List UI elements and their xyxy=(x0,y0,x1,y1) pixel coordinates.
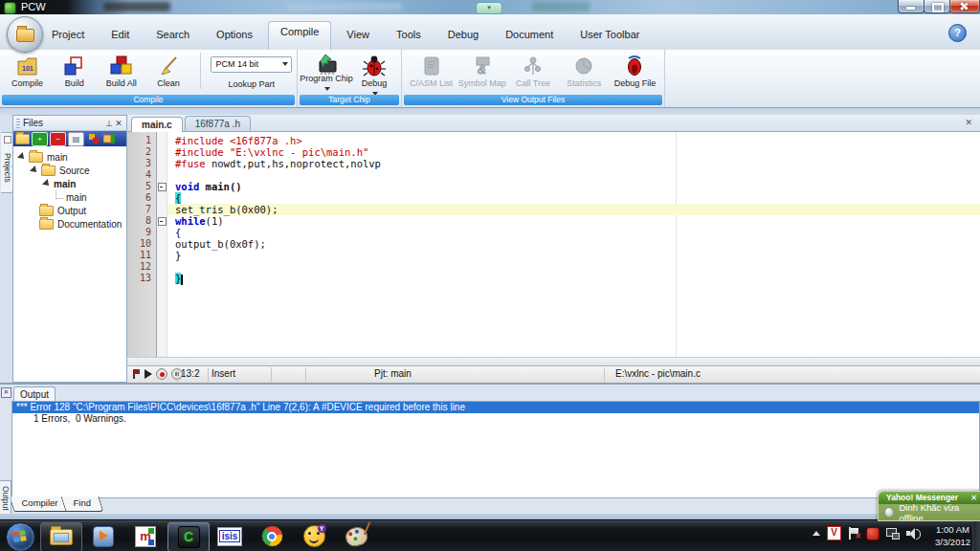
close-icon[interactable]: ✕ xyxy=(114,119,123,128)
taskbar-pcw-button[interactable]: C xyxy=(167,522,210,551)
bookmark-icon[interactable] xyxy=(133,369,141,379)
expand-icon[interactable] xyxy=(42,179,52,188)
tree-item-source[interactable]: Source xyxy=(13,164,126,177)
fold-margin-cell[interactable] xyxy=(157,215,167,227)
tree-item-main[interactable]: main xyxy=(13,177,126,190)
fold-margin-cell[interactable] xyxy=(157,181,167,192)
menu-options[interactable]: Options xyxy=(214,25,255,44)
record-icon[interactable] xyxy=(156,368,167,380)
unikey-icon[interactable]: V xyxy=(827,526,841,540)
new-file-icon[interactable]: ▤ xyxy=(68,132,84,146)
lookup-part-button[interactable]: Lookup Part xyxy=(211,79,293,89)
menu-compile[interactable]: Compile xyxy=(268,21,331,50)
menu-user-toolbar[interactable]: User Toolbar xyxy=(578,25,641,44)
casm-list-button: C/ASM List xyxy=(406,53,457,88)
summary-row[interactable]: 1 Errors, 0 Warnings. xyxy=(12,413,979,425)
code-line-8[interactable]: while(1) xyxy=(167,215,980,227)
tree-item-documentation[interactable]: Documentation xyxy=(13,217,126,231)
tab-16f877a-h[interactable]: 16f877a .h xyxy=(185,116,251,131)
code-line-3[interactable]: #fuse nowdt,put,hs,noprotect,nolvp xyxy=(167,158,980,169)
fold-collapse-icon[interactable] xyxy=(158,217,167,226)
menu-view[interactable]: View xyxy=(345,25,371,44)
open-folder-icon[interactable] xyxy=(15,133,30,145)
tray-expand-icon[interactable] xyxy=(813,531,820,536)
code-line-5[interactable]: void main() xyxy=(167,181,980,192)
tree-item-main[interactable]: main xyxy=(13,150,126,164)
tree-item-main[interactable]: main xyxy=(13,190,126,204)
expand-icon[interactable] xyxy=(30,165,39,175)
output-side-tab[interactable]: Output xyxy=(0,480,11,517)
minimize-button[interactable] xyxy=(898,0,924,13)
taskbar-clock[interactable]: 1:00 AM 3/3/2012 xyxy=(935,523,970,548)
code-line-11[interactable]: } xyxy=(167,250,980,261)
taskbar-explorer-button[interactable] xyxy=(40,522,82,551)
output-tab[interactable]: Output xyxy=(13,386,56,402)
code-line-6[interactable]: { xyxy=(167,192,980,204)
antivirus-icon[interactable] xyxy=(866,527,880,540)
taskbar-isis-button[interactable]: isis xyxy=(210,522,250,550)
close-icon[interactable]: ✕ xyxy=(970,492,977,504)
project-tree-icon[interactable] xyxy=(102,133,117,145)
files-panel-header: Files ⊥ ✕ xyxy=(13,116,126,131)
code-line-13[interactable]: } xyxy=(167,273,980,284)
play-icon[interactable] xyxy=(145,369,152,379)
clean-button[interactable]: Clean xyxy=(145,53,191,88)
code-lines[interactable]: #include <16f877a .h>#include "E:\vxlnc … xyxy=(167,132,980,357)
yahoo-messenger-popup[interactable]: Yahoo! Messenger ✕ Dinh Khắc vừa offline xyxy=(878,491,980,521)
close-button[interactable] xyxy=(949,0,980,13)
action-center-flag-icon[interactable]: ✕ xyxy=(848,527,859,540)
build-all-button[interactable]: Build All xyxy=(98,53,145,88)
code-line-12[interactable] xyxy=(167,261,980,273)
code-line-7[interactable]: set_tris_b(0x00); xyxy=(167,204,980,215)
dock-close-icon[interactable]: ✕ xyxy=(1,387,11,398)
add-file-icon[interactable]: + xyxy=(32,132,48,146)
start-button[interactable] xyxy=(6,522,35,551)
debug-file-button[interactable]: Debug File xyxy=(610,53,660,88)
insert-mode: Insert xyxy=(212,368,235,379)
tab-find[interactable]: Find xyxy=(60,496,104,512)
taskbar-paint-button[interactable] xyxy=(336,522,376,550)
build-cubes-icon[interactable] xyxy=(86,133,100,145)
program-chip-button[interactable]: Program Chip xyxy=(300,53,353,93)
editor-body[interactable]: 12345678910111213 #include <16f877a .h>#… xyxy=(127,132,980,357)
code-line-2[interactable]: #include "E:\vxlnc - pic\main.h" xyxy=(167,146,980,158)
pin-icon[interactable]: ⊥ xyxy=(104,119,114,128)
menu-document[interactable]: Document xyxy=(503,25,555,44)
network-icon[interactable] xyxy=(886,527,900,540)
desktop-gadget-button[interactable]: ▾ xyxy=(476,2,502,14)
taskbar-media-player-button[interactable] xyxy=(83,522,123,550)
code-line-1[interactable]: #include <16f877a .h> xyxy=(167,135,980,146)
fold-collapse-icon[interactable] xyxy=(158,183,167,191)
code-line-10[interactable]: output_b(0x0f); xyxy=(167,238,980,250)
taskbar-yahoo-button[interactable]: Y xyxy=(294,522,334,550)
editor-hscrollbar[interactable] xyxy=(127,357,980,365)
show-desktop-button[interactable] xyxy=(972,520,980,551)
tab-main-c[interactable]: main.c xyxy=(131,117,183,132)
menu-search[interactable]: Search xyxy=(154,25,191,44)
tab-close-icon[interactable]: ✕ xyxy=(965,118,972,127)
app-menu-orb-button[interactable] xyxy=(7,16,43,53)
volume-icon[interactable] xyxy=(906,527,919,540)
menu-tools[interactable]: Tools xyxy=(394,25,423,44)
tree-item-output[interactable]: Output xyxy=(13,204,126,217)
code-line-4[interactable] xyxy=(167,169,980,181)
menu-edit[interactable]: Edit xyxy=(109,25,131,44)
taskbar-chrome-button[interactable] xyxy=(252,522,292,550)
compile-button[interactable]: 101 Compile xyxy=(4,53,51,88)
chip-select[interactable]: PCM 14 bit xyxy=(211,56,292,73)
taskbar-media-app-button[interactable]: m xyxy=(125,522,166,550)
help-button[interactable]: ? xyxy=(948,24,967,42)
error-message-row[interactable]: *** Error 128 "C:\Program Files\PICC\dev… xyxy=(12,402,979,413)
menubar: Project Edit Search Options Compile View… xyxy=(0,14,980,51)
menu-project[interactable]: Project xyxy=(50,25,86,44)
maximize-button[interactable] xyxy=(924,0,950,13)
expand-icon[interactable] xyxy=(17,152,27,162)
files-panel-title: Files xyxy=(23,118,43,128)
remove-file-icon[interactable]: − xyxy=(50,132,66,146)
target-debug-button[interactable]: Debug xyxy=(353,53,395,98)
build-button[interactable]: Build xyxy=(51,53,98,88)
menu-debug[interactable]: Debug xyxy=(446,25,480,44)
output-message-list: *** Error 128 "C:\Program Files\PICC\dev… xyxy=(11,401,980,498)
code-line-9[interactable]: { xyxy=(167,227,980,238)
projects-side-tab[interactable]: Projects xyxy=(1,132,13,193)
